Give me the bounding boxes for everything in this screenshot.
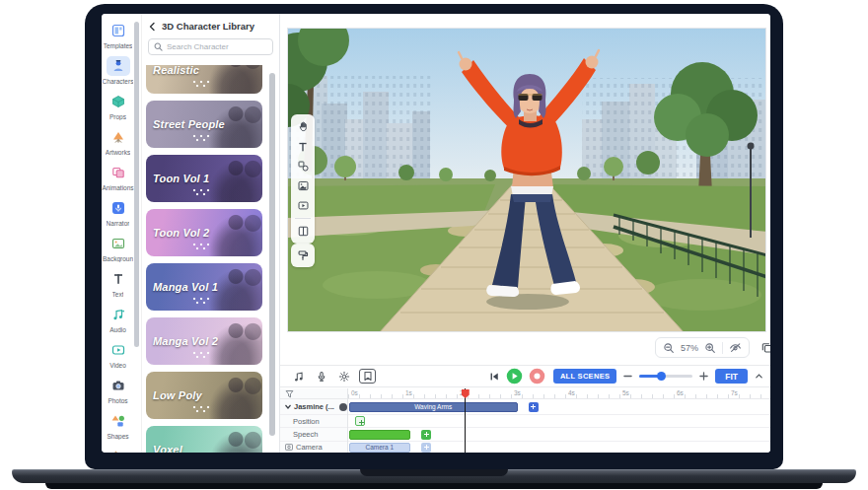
sidebar-item-props[interactable]: Props xyxy=(103,89,134,124)
all-scenes-button[interactable]: ALL SCENES xyxy=(553,369,616,384)
track-label-speech[interactable]: Speech xyxy=(280,428,347,442)
narrator-icon xyxy=(107,198,130,218)
laptop-base-notch xyxy=(360,469,508,476)
play-button[interactable] xyxy=(506,368,523,385)
timeline-toolbar: ALL SCENES FIT xyxy=(280,365,770,387)
filter-icon[interactable] xyxy=(285,389,294,398)
artworks-icon xyxy=(107,127,130,147)
pill-divider xyxy=(722,342,723,354)
zoom-level: 57% xyxy=(681,343,698,353)
sidebar-item-background[interactable]: Backgroun xyxy=(103,231,134,266)
track-label-position[interactable]: Position xyxy=(280,415,347,428)
add-speech-button[interactable] xyxy=(421,430,431,440)
sidebar-item-templates[interactable]: Templates xyxy=(103,18,134,53)
card-manga-vol-1[interactable]: Manga Vol 1 xyxy=(146,263,262,311)
clip-waving-arms[interactable]: Waving Arms xyxy=(349,402,518,412)
character-library-panel: 3D Character Library Realistic Street Pe… xyxy=(141,14,280,453)
zoom-pill: 57% xyxy=(655,337,750,358)
card-voxel[interactable]: Voxel xyxy=(146,426,262,453)
track-label-jasmine[interactable]: Jasmine (... xyxy=(280,399,347,415)
clip-camera-1[interactable]: Camera 1 xyxy=(349,443,410,453)
sidebar-item-photos[interactable]: Photos xyxy=(103,373,134,408)
zoom-in-icon[interactable] xyxy=(704,342,716,354)
props-icon xyxy=(107,92,130,111)
mic-icon[interactable] xyxy=(314,369,328,384)
add-camera-button[interactable] xyxy=(421,443,431,453)
text-icon xyxy=(107,269,130,289)
photos-icon xyxy=(107,376,130,395)
layout-tool[interactable] xyxy=(294,223,312,240)
timeline-zoom-in-icon[interactable] xyxy=(699,372,708,381)
music-icon[interactable] xyxy=(291,369,306,384)
duplicate-scene-button[interactable] xyxy=(757,338,770,358)
sidebar-scrollbar[interactable] xyxy=(134,22,139,347)
fit-button[interactable]: FIT xyxy=(715,369,748,384)
laptop-base-shadow xyxy=(45,483,823,489)
sidebar-item-shapes[interactable]: Shapes xyxy=(103,408,134,444)
search-input[interactable] xyxy=(167,42,265,51)
main-area: 57% xyxy=(280,14,770,453)
animations-icon xyxy=(107,163,130,182)
bookmark-icon[interactable] xyxy=(359,369,376,384)
paint-roller-tool[interactable] xyxy=(291,244,315,267)
card-street-people[interactable]: Street People xyxy=(146,101,262,148)
panel-title: 3D Character Library xyxy=(162,21,254,32)
effects-icon[interactable] xyxy=(336,369,351,384)
video-icon xyxy=(107,340,130,360)
timeline-tracks: Jasmine (... Position Speech Camera 0s 1… xyxy=(280,388,770,453)
timeline-zoom-out-icon[interactable] xyxy=(623,372,632,381)
add-animation-button[interactable] xyxy=(529,402,539,412)
timeline-ruler[interactable]: 0s 1s 2s 3s 4s 5s 6s 7s xyxy=(348,388,770,399)
sidebar-item-characters[interactable]: Characters xyxy=(103,53,134,89)
playhead[interactable] xyxy=(465,388,466,453)
record-button[interactable] xyxy=(529,368,545,385)
sidebar-item-audio[interactable]: Audio xyxy=(103,302,134,337)
sidebar-item-interacts[interactable]: Interacts xyxy=(103,444,134,453)
card-low-poly[interactable]: Low Poly xyxy=(146,372,262,419)
collapse-timeline-icon[interactable] xyxy=(755,372,763,381)
card-manga-vol-2[interactable]: Manga Vol 2 xyxy=(146,317,262,365)
lane-camera: Camera 1 xyxy=(348,442,770,453)
stage-zoom-controls: 57% xyxy=(655,337,770,358)
park-scene xyxy=(288,29,766,332)
sidebar-item-animations[interactable]: Animations xyxy=(103,160,134,195)
card-toon-vol-2[interactable]: Toon Vol 2 xyxy=(146,209,262,256)
laptop-screen-bezel: Templates Characters Props Artworks Anim… xyxy=(85,4,783,469)
timeline-zoom-slider[interactable] xyxy=(639,375,692,378)
tool-separator xyxy=(295,218,311,219)
skip-start-button[interactable] xyxy=(488,371,500,383)
app-sidebar: Templates Characters Props Artworks Anim… xyxy=(102,14,141,453)
lane-position xyxy=(348,415,770,428)
character-card-list: Realistic Street People Toon Vol 1 Toon … xyxy=(142,65,281,453)
stage-tool-palette xyxy=(291,114,315,244)
transport-controls xyxy=(488,368,563,385)
slider-knob[interactable] xyxy=(657,372,666,381)
back-button[interactable] xyxy=(148,22,157,32)
lane-jasmine: Waving Arms xyxy=(348,399,770,415)
add-position-button[interactable] xyxy=(355,416,365,426)
image-tool[interactable] xyxy=(294,177,312,194)
track-options-icon[interactable] xyxy=(339,403,347,411)
track-label-camera[interactable]: Camera xyxy=(280,442,347,453)
card-realistic[interactable]: Realistic xyxy=(146,65,262,94)
zoom-out-icon[interactable] xyxy=(663,342,675,354)
sidebar-item-text[interactable]: Text xyxy=(103,266,134,302)
shapes-tool[interactable] xyxy=(294,158,312,175)
clip-speech[interactable] xyxy=(349,430,410,440)
characters-icon xyxy=(107,56,130,76)
sidebar-item-artworks[interactable]: Artworks xyxy=(103,124,134,160)
templates-icon xyxy=(107,21,130,40)
sidebar-item-narrator[interactable]: Narrator xyxy=(103,195,134,231)
panel-scrollbar[interactable] xyxy=(269,73,275,436)
track-header-column: Jasmine (... Position Speech Camera xyxy=(280,388,348,453)
sidebar-item-video[interactable]: Video xyxy=(103,337,134,373)
eye-off-icon[interactable] xyxy=(729,341,742,354)
stage-viewport[interactable] xyxy=(287,28,766,332)
hand-tool[interactable] xyxy=(294,118,312,135)
card-toon-vol-1[interactable]: Toon Vol 1 xyxy=(146,155,262,202)
track-lanes: 0s 1s 2s 3s 4s 5s 6s 7s Waving Arms xyxy=(348,388,770,453)
character-search[interactable] xyxy=(148,38,273,55)
text-tool[interactable] xyxy=(294,138,312,155)
audio-icon xyxy=(107,305,130,324)
video-tool[interactable] xyxy=(294,197,312,214)
